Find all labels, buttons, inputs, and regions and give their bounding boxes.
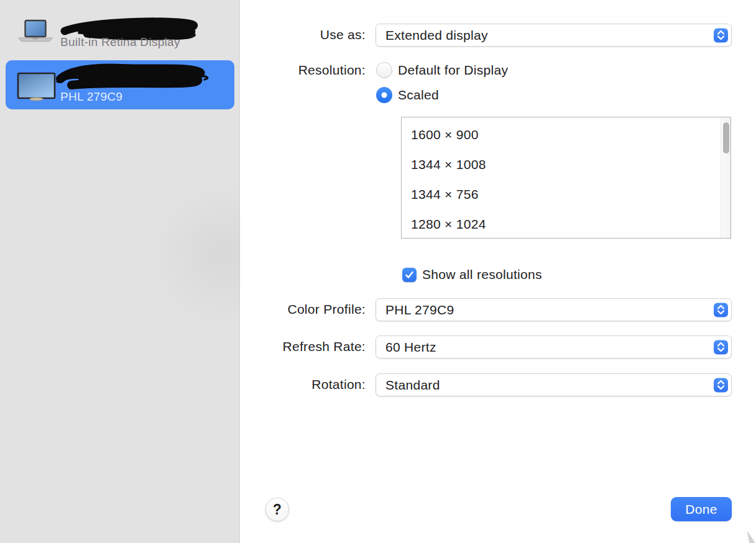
rotation-label: Rotation: [240,376,366,393]
resolution-label: Resolution: [240,62,366,78]
refresh-rate-label: Refresh Rate: [240,339,366,355]
stepper-icon [714,28,728,42]
stepper-icon [714,303,728,317]
show-all-resolutions-checkbox-row[interactable]: Show all resolutions [402,267,542,283]
radio-circle-icon [376,62,392,78]
resolution-option[interactable]: 1344 × 756 [402,180,731,209]
monitor-icon [17,72,57,104]
resolution-option[interactable]: 1344 × 1008 [402,150,731,180]
checkbox-checked-icon [402,268,417,282]
use-as-value: Extended display [385,28,488,43]
laptop-icon [17,19,54,51]
use-as-label: Use as: [240,27,366,43]
radio-default-for-display[interactable]: Default for Display [376,62,508,78]
stepper-icon [714,340,728,354]
sidebar-item-builtin-display[interactable]: Built-in Retina Display [0,15,240,55]
help-button[interactable]: ? [265,498,289,521]
redaction-scribble [53,63,216,94]
display-settings-panel: Use as: Extended display Resolution: Def… [240,0,756,543]
resolution-option[interactable]: 1280 × 1024 [402,209,731,239]
done-button-label: Done [685,502,717,517]
radio-label: Scaled [398,87,439,103]
display-name-label: PHL 279C9 [60,90,122,104]
radio-label: Default for Display [398,62,508,78]
mouse-cursor [741,523,756,543]
stepper-icon [714,378,728,392]
rotation-dropdown[interactable]: Standard [376,373,732,396]
help-question-icon: ? [273,501,282,518]
resolution-listbox: 1600 × 900 1344 × 1008 1344 × 756 1280 ×… [401,117,731,239]
checkbox-label: Show all resolutions [422,267,542,283]
use-as-dropdown[interactable]: Extended display [376,24,732,47]
display-settings-window: Built-in Retina Display [0,0,756,543]
radio-circle-icon [376,87,392,103]
resolution-option[interactable]: 1600 × 900 [402,120,731,150]
display-name-label: Built-in Retina Display [60,35,180,49]
radio-scaled[interactable]: Scaled [376,87,439,103]
displays-sidebar: Built-in Retina Display [0,0,240,543]
done-button[interactable]: Done [671,497,732,521]
color-profile-label: Color Profile: [240,301,366,317]
rotation-value: Standard [385,378,440,393]
refresh-rate-value: 60 Hertz [385,340,436,355]
scrollbar-track[interactable] [721,117,731,238]
refresh-rate-dropdown[interactable]: 60 Hertz [376,335,732,358]
sidebar-item-phl-279c9[interactable]: PHL 279C9 [6,60,234,109]
color-profile-dropdown[interactable]: PHL 279C9 [376,298,732,321]
color-profile-value: PHL 279C9 [385,303,454,317]
scrollbar-thumb[interactable] [723,122,729,153]
